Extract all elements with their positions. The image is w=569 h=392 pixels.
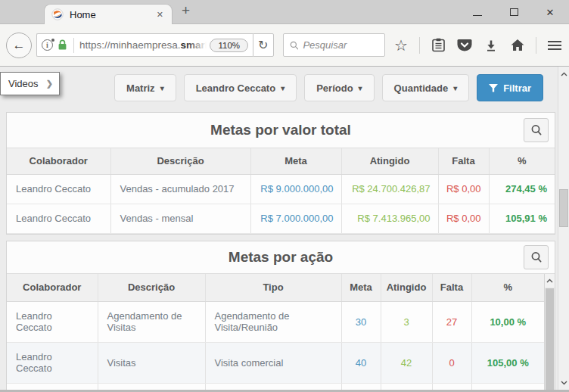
https-lock-icon[interactable] [58, 39, 67, 51]
metas-valor-table: Colaborador Descrição Meta Atingido Falt… [7, 148, 555, 234]
caret-down-icon: ▾ [453, 84, 457, 92]
panel-valor-header: Metas por valor total [7, 113, 555, 148]
table-row[interactable]: Leandro Ceccato Agendamento de Visitas A… [7, 301, 544, 342]
periodo-label: Período [316, 82, 353, 94]
magnifier-icon [530, 124, 543, 136]
cell-falta: R$ 0,00 [438, 174, 489, 204]
col-atingido: Atingido [381, 274, 432, 301]
tab-title: Home [70, 9, 155, 20]
magnifier-icon [530, 251, 543, 263]
cell-falta: 27 [432, 301, 471, 342]
toolbar-separator [536, 37, 536, 54]
page-content: Videos ❯ Matriz ▾ Leandro Ceccato ▾ Perí… [0, 67, 569, 392]
zoom-level-badge[interactable]: 110% [210, 39, 248, 52]
close-window-button[interactable]: ✕ [542, 4, 558, 20]
colaborador-label: Leandro Ceccato [196, 82, 275, 94]
caret-down-icon: ▾ [359, 84, 362, 92]
col-colaborador: Colaborador [7, 148, 110, 174]
new-tab-button[interactable]: + [182, 2, 190, 19]
col-falta: Falta [432, 274, 471, 301]
filtrar-button[interactable]: Filtrar [477, 74, 543, 101]
cell-atingido: R$ 24.700.426,87 [341, 174, 438, 204]
pocket-icon[interactable] [456, 39, 473, 52]
cell-meta: 40 [341, 342, 381, 383]
videos-flyout-tab[interactable]: Videos ❯ [0, 72, 60, 95]
page-scrollbar[interactable] [558, 67, 569, 392]
window-titlebar: Home ✕ + ✕ [0, 0, 569, 24]
table-header-row: Colaborador Descrição Meta Atingido Falt… [7, 148, 555, 174]
window-controls: ✕ [469, 0, 563, 24]
browser-tab-home[interactable]: Home ✕ [44, 4, 173, 24]
cell-colaborador: Leandro Ceccato [7, 342, 98, 383]
search-input[interactable] [303, 39, 378, 51]
minimize-button[interactable] [469, 4, 486, 20]
panel-acao-search-button[interactable] [524, 245, 549, 269]
cell-falta: 0 [432, 342, 471, 383]
scroll-up-arrow-icon[interactable] [545, 274, 555, 288]
caret-down-icon: ▾ [281, 84, 284, 92]
cell-pct: 274,45 % [489, 174, 555, 204]
cell-atingido: 3 [381, 301, 432, 342]
col-meta: Meta [250, 148, 341, 174]
scroll-down-arrow-icon[interactable] [558, 377, 569, 389]
back-button[interactable]: ← [6, 33, 32, 58]
panel-metas-acao: Metas por ação Colaborador Descrição Tip… [6, 241, 555, 392]
reload-button[interactable]: ↻ [253, 33, 274, 57]
menu-hamburger-icon[interactable] [546, 41, 563, 50]
url-divider [73, 38, 74, 53]
panel-valor-search-button[interactable] [524, 118, 549, 142]
table-row[interactable]: Leandro Ceccato Visitas Visita comercial… [7, 342, 544, 383]
cell-meta: R$ 7.000.000,00 [250, 204, 341, 233]
cell-falta: R$ 0,00 [438, 204, 489, 233]
col-pct: % [489, 148, 555, 174]
table-row[interactable]: Leandro Ceccato Vendas - acumulado 2017 … [7, 174, 555, 204]
cell-descricao: Vendas - mensal [110, 204, 250, 233]
home-icon[interactable] [509, 39, 526, 51]
scrollbar-thumb[interactable] [546, 288, 554, 391]
col-descricao: Descrição [110, 148, 250, 174]
site-favicon-icon [51, 8, 64, 20]
quantidade-label: Quantidade [394, 82, 449, 94]
scroll-up-arrow-icon[interactable] [558, 68, 569, 80]
cell-colaborador: Leandro Ceccato [7, 174, 110, 204]
download-icon[interactable] [483, 39, 499, 51]
matriz-dropdown[interactable]: Matriz ▾ [114, 74, 176, 101]
filter-bar: Matriz ▾ Leandro Ceccato ▾ Período ▾ Qua… [114, 74, 543, 101]
cell-colaborador: Leandro Ceccato [7, 204, 110, 233]
table-scrollbar[interactable] [544, 274, 555, 391]
cell-descricao: Vendas - acumulado 2017 [110, 174, 250, 204]
quantidade-dropdown[interactable]: Quantidade ▾ [382, 74, 470, 101]
cell-meta: R$ 9.000.000,00 [250, 174, 341, 204]
col-falta: Falta [438, 148, 489, 174]
tab-close-icon[interactable]: ✕ [155, 8, 165, 21]
chevron-right-icon: ❯ [46, 79, 53, 89]
scrollbar-thumb[interactable] [559, 189, 568, 227]
cell-atingido: 42 [381, 342, 432, 383]
periodo-dropdown[interactable]: Período ▾ [304, 74, 374, 101]
page-info-icon[interactable]: i [42, 39, 53, 51]
cell-meta: 30 [341, 301, 381, 342]
url-text[interactable]: https://minhaempresa.smark.co [79, 39, 207, 52]
cell-pct: 105,91 % [489, 204, 555, 233]
col-descricao: Descrição [98, 274, 205, 301]
search-box[interactable] [283, 33, 385, 57]
col-colaborador: Colaborador [7, 274, 98, 301]
toolbar-icons: ☆ [393, 37, 563, 54]
cell-tipo: Visita comercial [205, 342, 341, 383]
bookmark-star-icon[interactable]: ☆ [393, 38, 409, 53]
browser-toolbar: ← i https://minhaempresa.smark.co 110% ↻… [0, 24, 569, 67]
videos-label: Videos [8, 78, 46, 89]
caret-down-icon: ▾ [160, 84, 164, 92]
bookmarks-menu-icon[interactable] [430, 38, 446, 52]
colaborador-dropdown[interactable]: Leandro Ceccato ▾ [184, 74, 297, 101]
panel-acao-header: Metas por ação [7, 241, 555, 274]
toolbar-separator [419, 37, 420, 54]
url-bar[interactable]: i https://minhaempresa.smark.co 110% [36, 33, 253, 57]
maximize-button[interactable] [505, 4, 522, 20]
col-tipo: Tipo [205, 274, 341, 301]
panel-valor-title: Metas por valor total [210, 122, 351, 138]
col-pct: % [471, 274, 544, 301]
table-row[interactable]: Leandro Ceccato Vendas - mensal R$ 7.000… [7, 204, 555, 233]
cell-atingido: R$ 7.413.965,00 [341, 204, 438, 233]
metas-acao-table: Colaborador Descrição Tipo Meta Atingido… [7, 274, 544, 390]
